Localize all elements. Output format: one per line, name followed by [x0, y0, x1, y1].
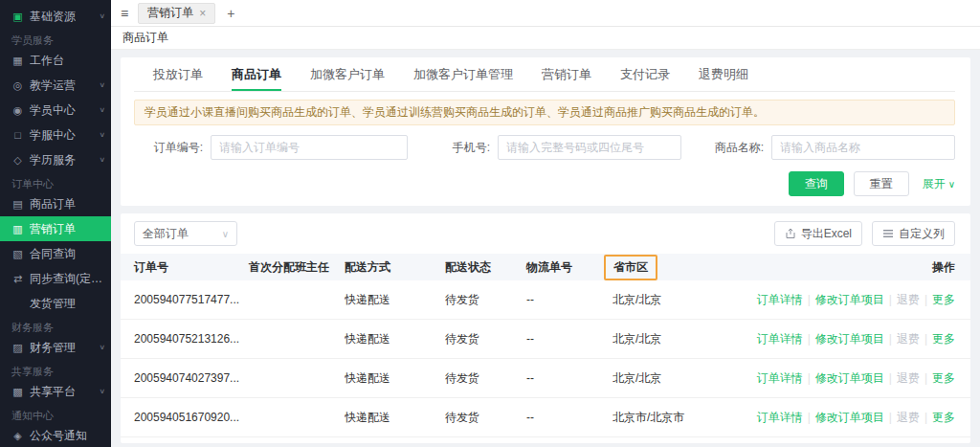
- cell-order-no: 200594077517477...: [134, 293, 249, 306]
- sidebar-item-marketing-orders[interactable]: ▥ 营销订单: [0, 216, 111, 241]
- modify-order-link[interactable]: 修改订单项目: [815, 332, 884, 346]
- notice-icon: ◈: [11, 430, 24, 442]
- chevron-down-icon: ∨: [99, 131, 105, 139]
- sidebar-item-student-service-center[interactable]: □ 学服中心 ∨: [0, 123, 111, 147]
- order-detail-link[interactable]: 订单详情: [757, 332, 803, 346]
- phone-input[interactable]: [498, 135, 681, 160]
- tab-product-orders[interactable]: 商品订单: [232, 59, 281, 91]
- header-delivery-status: 配送状态: [445, 259, 526, 276]
- chevron-down-icon: ∨: [99, 344, 105, 351]
- sidebar-section-notice-center: 通知中心: [0, 404, 111, 423]
- search-form: 订单编号: 手机号: 商品名称:: [134, 135, 955, 160]
- more-link[interactable]: 更多: [932, 293, 955, 306]
- sidebar-item-label: 学服中心: [30, 127, 76, 144]
- more-link[interactable]: 更多: [932, 371, 955, 385]
- order-detail-link[interactable]: 订单详情: [757, 411, 803, 424]
- tab-weixin-customer-orders[interactable]: 加微客户订单: [310, 59, 385, 91]
- contract-icon: ▧: [11, 248, 24, 260]
- sidebar-item-shipping-management[interactable]: 发货管理: [0, 291, 111, 316]
- sidebar-item-official-account-notice[interactable]: ◈ 公众号通知: [0, 423, 111, 447]
- cell-status: 待发货: [445, 410, 526, 426]
- cell-delivery: 快递配送: [345, 331, 445, 347]
- order-no-input[interactable]: [211, 135, 408, 160]
- sidebar-item-label: 学历服务: [30, 152, 76, 168]
- more-link[interactable]: 更多: [932, 411, 955, 424]
- order-filter-select[interactable]: 全部订单 ∨: [134, 221, 237, 246]
- refund-link[interactable]: 退费: [897, 371, 920, 385]
- add-tab-button[interactable]: +: [223, 6, 238, 21]
- cell-actions: 订单详情|修改订单项目|退费|更多: [746, 410, 955, 426]
- tab-refund-details[interactable]: 退费明细: [699, 59, 748, 91]
- expand-toggle[interactable]: 展开 ∨: [923, 176, 955, 192]
- export-icon: [785, 228, 796, 239]
- customize-columns-button[interactable]: 自定义列: [872, 221, 955, 246]
- refund-link[interactable]: 退费: [897, 332, 920, 346]
- sidebar-item-finance-management[interactable]: ▨ 财务管理 ∨: [0, 335, 111, 360]
- order-no-field-group: 订单编号:: [134, 135, 408, 160]
- page-content: 投放订单 商品订单 加微客户订单 加微客户订单管理 营销订单 支付记录 退费明细…: [111, 50, 980, 447]
- chevron-down-icon: ∨: [99, 106, 105, 114]
- divider: |: [808, 332, 811, 346]
- phone-field-group: 手机号:: [408, 135, 681, 160]
- sidebar-item-student-center[interactable]: ◉ 学员中心 ∨: [0, 98, 111, 123]
- columns-label: 自定义列: [899, 226, 945, 242]
- modify-order-link[interactable]: 修改订单项目: [815, 371, 884, 385]
- close-icon[interactable]: ×: [199, 7, 206, 20]
- tab-payment-records[interactable]: 支付记录: [620, 59, 670, 91]
- breadcrumb-item: 商品订单: [122, 30, 168, 46]
- order-tabs: 投放订单 商品订单 加微客户订单 加微客户订单管理 营销订单 支付记录 退费明细: [134, 59, 955, 92]
- export-excel-button[interactable]: 导出Excel: [774, 221, 862, 246]
- cell-status: 待发货: [445, 370, 526, 387]
- table-row: 200594077517477... 快递配送 待发货 -- 北京/北京 订单详…: [121, 280, 970, 320]
- chevron-down-icon: ∨: [99, 12, 105, 20]
- sidebar-item-academic-services[interactable]: ◇ 学历服务 ∨: [0, 147, 111, 172]
- academic-icon: ◇: [11, 154, 24, 167]
- reset-button[interactable]: 重置: [854, 171, 909, 196]
- chevron-down-icon: ∨: [222, 229, 229, 239]
- tab-marketing-orders[interactable]: 营销订单: [542, 59, 591, 91]
- sidebar-item-label: 营销订单: [30, 221, 76, 237]
- tab-marketing-orders-page[interactable]: 营销订单 ×: [138, 3, 215, 24]
- sidebar-item-sync-query[interactable]: ⇄ 同步查询(定制): [0, 266, 111, 291]
- cell-tracking: --: [526, 293, 612, 306]
- tab-delivery-orders[interactable]: 投放订单: [153, 59, 203, 91]
- tab-weixin-customer-order-management[interactable]: 加微客户订单管理: [413, 59, 513, 91]
- sidebar-section-student-services: 学员服务: [0, 29, 111, 48]
- cell-region: 北京/北京: [612, 331, 746, 347]
- sidebar-item-teaching-operations[interactable]: ◎ 教学运营 ∨: [0, 73, 111, 98]
- refund-link[interactable]: 退费: [897, 411, 920, 424]
- sidebar-section-order-center: 订单中心: [0, 172, 111, 191]
- cell-order-no: 200594051670920...: [134, 411, 249, 424]
- sidebar-item-label: 基础资源: [30, 9, 76, 25]
- app-window: ▣ 基础资源 ∨ 学员服务 ▦ 工作台 ◎ 教学运营 ∨ ◉ 学员中心 ∨ □ …: [0, 0, 980, 447]
- divider: |: [808, 371, 811, 385]
- modify-order-link[interactable]: 修改订单项目: [815, 411, 884, 424]
- topbar: ≡ 营销订单 × +: [111, 0, 980, 27]
- more-link[interactable]: 更多: [932, 332, 955, 346]
- tab-label: 营销订单: [147, 5, 193, 21]
- cell-region: 北京/北京: [612, 292, 746, 308]
- collapse-menu-icon[interactable]: ≡: [111, 6, 138, 21]
- sidebar-item-label: 发货管理: [30, 296, 76, 312]
- product-name-input[interactable]: [771, 135, 955, 160]
- divider: |: [924, 411, 927, 424]
- sidebar-item-workbench[interactable]: ▦ 工作台: [0, 48, 111, 73]
- sidebar-item-product-orders[interactable]: ▤ 商品订单: [0, 191, 111, 216]
- sidebar-item-basic-resources[interactable]: ▣ 基础资源 ∨: [0, 4, 111, 29]
- sidebar-item-contract-query[interactable]: ▧ 合同查询: [0, 241, 111, 266]
- search-button[interactable]: 查询: [789, 171, 844, 196]
- chevron-down-icon: ∨: [99, 388, 105, 395]
- table-row: 200594074027397... 快递配送 待发货 -- 北京/北京 订单详…: [121, 359, 970, 398]
- cell-actions: 订单详情|修改订单项目|退费|更多: [746, 292, 955, 308]
- cell-tracking: --: [526, 411, 612, 424]
- order-detail-link[interactable]: 订单详情: [757, 371, 803, 385]
- chevron-down-icon: ∨: [99, 81, 105, 89]
- modify-order-link[interactable]: 修改订单项目: [815, 293, 884, 306]
- sync-icon: ⇄: [11, 273, 24, 285]
- product-name-field-group: 商品名称:: [681, 135, 955, 160]
- refund-link[interactable]: 退费: [897, 293, 920, 306]
- product-name-label: 商品名称:: [681, 140, 764, 156]
- order-detail-link[interactable]: 订单详情: [757, 293, 803, 306]
- export-label: 导出Excel: [801, 226, 852, 242]
- sidebar-item-shared-platform[interactable]: ▩ 共享平台 ∨: [0, 379, 111, 404]
